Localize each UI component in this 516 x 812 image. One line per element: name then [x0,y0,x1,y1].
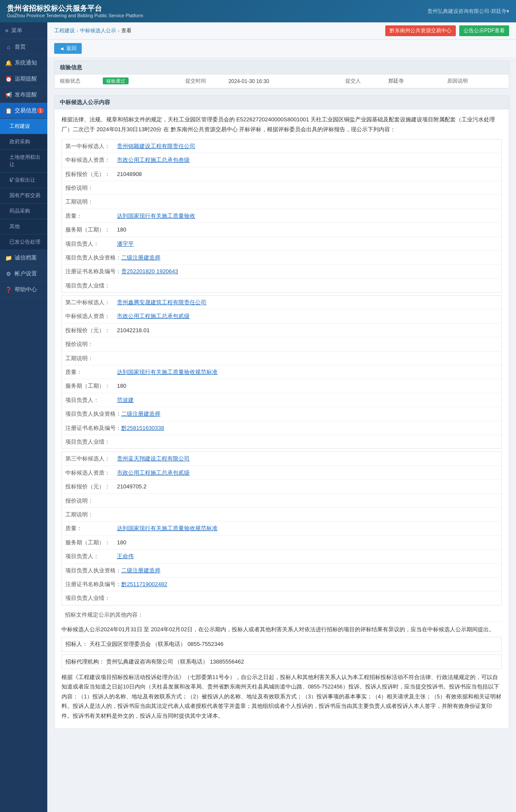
qual-value-1[interactable]: 市政公用工程施工总承包叁级 [117,155,190,165]
sidebar-sub-item-medicine[interactable]: 药品采购 [0,204,47,219]
sidebar-sub-item-engineering[interactable]: 工程建设 [0,119,47,134]
sidebar-sub-item-completed[interactable]: 已发公告处理 [0,235,47,250]
sidebar-item-home[interactable]: ⌂ 首页 [0,39,47,55]
cert-label-3: 项目负责人执业资格： [65,565,121,575]
candidate-3-report: 报价说明： [62,494,501,508]
arrow-left-icon: ◄ [59,46,64,52]
cert-no-value-1[interactable]: 贵252201820 1920643 [121,266,178,276]
sidebar-sub-menu: 工程建设 政府采购 土地使用权出让 矿业权出让 国有产权交易 药品采购 其他 已… [0,119,47,250]
qual-label-2: 中标候选人资质： [65,311,117,321]
breadcrumb-sep-1: › [118,28,120,34]
service-label-3: 服务期（工期）： [65,537,117,547]
sidebar-sub-item-mineral[interactable]: 矿业权出让 [0,173,47,188]
agency-tel-value: 13885556462 [210,658,244,665]
agency-tel-label: （联系电话） [175,658,208,665]
sidebar-item-label: 帮助中心 [15,286,37,293]
candidate-1-price: 投标报价（元）： 21048908 [62,167,501,181]
sidebar-item-reminder[interactable]: ⏰ 远期提醒 [0,71,47,87]
candidate-1-cert-no: 注册证书名称及编号： 贵252201820 1920643 [62,265,501,278]
site-subtitle: GuiZhou Province Tendering and Bidding P… [7,13,143,18]
sidebar-sub-item-land-use[interactable]: 土地使用权出让 [0,150,47,173]
period-label-3: 工期说明： [65,509,117,519]
quality-label-1: 质量： [65,211,117,221]
header-user[interactable]: 贵州弘典建设咨询有限公司-郑廷寺▾ [427,8,509,15]
breadcrumb-item-2: 查看 [121,27,132,34]
sidebar-item-help[interactable]: ❓ 帮助中心 [0,282,47,298]
manager-value-1[interactable]: 潘宇平 [117,239,134,249]
sidebar-item-label: 帐户设置 [15,270,37,278]
pdf-view-button[interactable]: 公告公示PDF查看 [459,25,509,36]
candidate-2-performance: 项目负责人业绩： [62,435,501,448]
report-label-2: 报价说明： [65,339,117,349]
candidate-1-quality: 质量： 达到国家现行有关施工质量验收 [62,209,501,223]
candidate-2-cert-no: 注册证书名称及编号： 黔258151630338 [62,421,501,435]
manager-label-3: 项目负责人： [65,551,117,561]
breadcrumb-item-0[interactable]: 工程建设 [54,27,75,34]
resource-center-button[interactable]: 黔东南州公共资源交易中心 [385,25,456,36]
tenderee-tel-label: （联系电话） [152,641,186,647]
candidate-2-price: 投标报价（元）： 21042218.01 [62,324,501,337]
company-name-2[interactable]: 贵州鑫腾安晟建筑工程有限责任公司 [117,297,206,307]
candidate-3-cert-no: 注册证书名称及编号： 黔2511719002482 [62,577,501,591]
manager-value-3[interactable]: 王命伟 [117,551,134,561]
quality-label-2: 质量： [65,367,117,377]
notice-period-text: 中标候选人公示2024年01月31日 至 2024年02月02日，在公示期内，投… [61,624,502,634]
sidebar-item-label: 诚信档案 [15,254,37,262]
sidebar-sub-item-label: 国有产权交易 [9,192,40,199]
quality-value-1[interactable]: 达到国家现行有关施工质量验收 [117,211,195,221]
gear-icon: ⚙ [5,271,12,277]
sidebar-sub-item-gov-purchase[interactable]: 政府采购 [0,134,47,150]
folder-icon: 📁 [5,255,12,261]
clock-icon: ⏰ [5,76,12,82]
cert-no-value-3[interactable]: 黔2511719002482 [121,579,167,589]
status-badge: 核验通过 [103,77,129,84]
sidebar-item-credit[interactable]: 📁 诚信档案 [0,250,47,266]
quality-value-2[interactable]: 达到国家现行有关施工质量验收规范标准 [117,367,218,377]
sidebar-item-transaction[interactable]: 📋 交易信息 1 [0,103,47,119]
agency-label: 招标代理机构： [65,658,104,665]
candidate-3-service: 服务期（工期）： 180 [62,536,501,550]
candidate-2-rank: 第二中标候选人： 贵州鑫腾安晟建筑工程有限责任公司 [62,296,501,309]
candidate-1-performance: 项目负责人业绩： [62,279,501,292]
cert-value-2[interactable]: 二级注册建造师 [121,409,160,419]
breadcrumb-item-1[interactable]: 中标候选人公示 [80,27,116,34]
price-value-1: 21048908 [117,169,142,179]
sidebar-sub-item-label: 其他 [9,223,20,230]
back-button[interactable]: ◄ 返回 [54,43,82,54]
perf-label-3: 项目负责人业绩： [65,593,117,603]
sidebar-item-account[interactable]: ⚙ 帐户设置 [0,266,47,282]
sidebar-item-notice[interactable]: 🔔 系统通知 [0,55,47,71]
sidebar-sub-item-state-owned[interactable]: 国有产权交易 [0,188,47,204]
manager-value-2[interactable]: 范波建 [117,395,134,405]
notice-intro: 根据法律、法规、规章和招标文件的规定，天柱工业园区管理委员会的 E5226272… [61,114,502,135]
sidebar-sub-item-label: 土地使用权出让 [9,154,42,168]
service-value-2: 180 [117,381,126,391]
quality-label-3: 质量： [65,523,117,533]
candidate-1-service: 服务期（工期）： 180 [62,223,501,237]
notice-section-title: 中标候选人公示内容 [55,96,509,109]
sidebar-sub-item-label: 工程建设 [9,123,30,130]
cert-no-value-2[interactable]: 黔258151630338 [121,423,164,433]
candidate-1-qualification: 中标候选人资质： 市政公用工程施工总承包叁级 [62,153,501,167]
sidebar-toggle[interactable]: ≡ 菜单 [0,22,47,39]
service-value-1: 180 [117,225,126,235]
header-left: 贵州省招标投标公共服务平台 GuiZhou Province Tendering… [7,4,143,18]
sidebar-item-publish[interactable]: 📢 发布提醒 [0,87,47,103]
other-content-field: 招标文件规定公示的其他内容： [61,608,502,622]
quality-value-3[interactable]: 达到国家现行有关施工质量验收规范标准 [117,523,218,533]
candidate-3-manager: 项目负责人： 王命伟 [62,550,501,563]
company-name-1[interactable]: 贵州锦颖建设工程有限责任公司 [117,141,195,151]
qual-value-2[interactable]: 市政公用工程施工总承包贰级 [117,311,190,321]
candidate-3-period: 工期说明： [62,508,501,522]
sidebar-sub-item-other[interactable]: 其他 [0,219,47,235]
cert-value-3[interactable]: 二级注册建造师 [121,565,160,575]
candidate-3-rank: 第三中标候选人： 贵州蓝天翔建设工程有限公司 [62,452,501,466]
sidebar-item-label: 首页 [15,43,26,51]
verify-info-table: 核验状态 核验通过 提交时间 2024-01-30 16:30 提交人 郑廷寺 … [55,74,509,88]
manager-label-2: 项目负责人： [65,395,117,405]
cert-value-1[interactable]: 二级注册建造师 [121,253,160,262]
qual-value-3[interactable]: 市政公用工程施工总承包贰级 [117,468,190,478]
cert-no-label-1: 注册证书名称及编号： [65,266,121,276]
company-name-3[interactable]: 贵州蓝天翔建设工程有限公司 [117,454,190,463]
site-title: 贵州省招标投标公共服务平台 [7,4,143,13]
